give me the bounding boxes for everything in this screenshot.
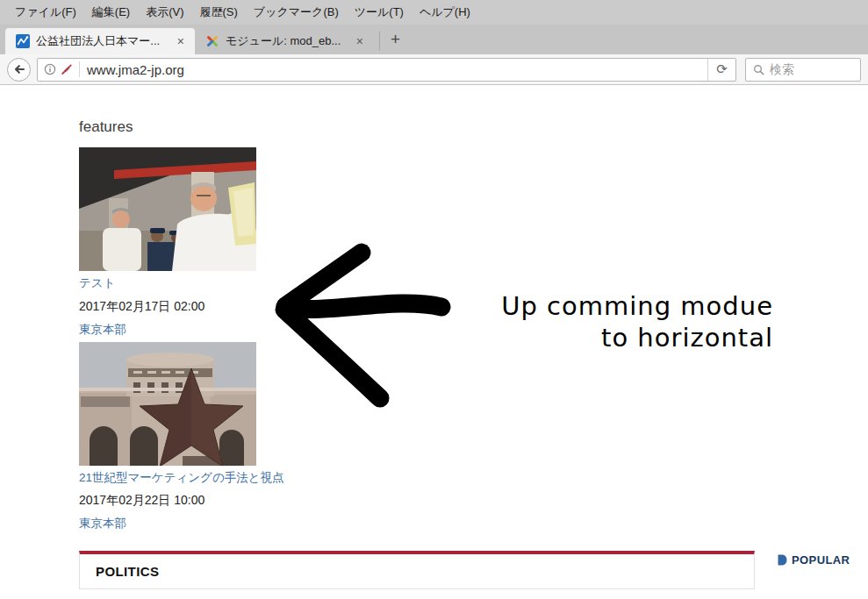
menu-file[interactable]: ファイル(F) (7, 0, 84, 25)
article-category-link[interactable]: 東京本部 (79, 516, 126, 531)
popular-tag-icon (778, 554, 787, 566)
urlbar-separator (79, 61, 80, 77)
page-info-icon[interactable] (44, 63, 56, 75)
tab-bar: 公益社団法人日本マー... × モジュール: mod_eb... × + (0, 25, 868, 54)
url-text[interactable]: www.jma2-jp.org (87, 62, 707, 77)
menu-edit[interactable]: 編集(E) (84, 0, 138, 25)
back-arrow-icon (13, 63, 25, 75)
popular-tab[interactable]: POPULAR (778, 553, 850, 567)
tab-separator (379, 32, 380, 51)
search-icon (753, 64, 764, 75)
menu-bar: ファイル(F) 編集(E) 表示(V) 履歴(S) ブックマーク(B) ツール(… (0, 0, 868, 25)
new-tab-button[interactable]: + (385, 28, 409, 54)
menu-help[interactable]: ヘルプ(H) (412, 0, 478, 25)
tab-close-icon[interactable]: × (174, 34, 188, 48)
annotation-text: Up comming modue to horizontal (501, 290, 773, 353)
tab-joomla-module[interactable]: モジュール: mod_eb... × (195, 28, 374, 54)
article-category-link[interactable]: 東京本部 (79, 322, 126, 338)
tab-title: モジュール: mod_eb... (226, 33, 348, 49)
article-date: 2017年02月22日 10:00 (79, 493, 204, 509)
features-heading: features (79, 118, 133, 136)
menu-view[interactable]: 表示(V) (138, 0, 191, 25)
blocked-content-icon[interactable] (61, 63, 73, 75)
menu-bookmarks[interactable]: ブックマーク(B) (246, 0, 347, 25)
article-image-museum-star[interactable] (79, 342, 256, 466)
browser-window: ファイル(F) 編集(E) 表示(V) 履歴(S) ブックマーク(B) ツール(… (0, 0, 868, 599)
annotation-line-1: Up comming modue (501, 290, 773, 322)
annotation-arrow-left (263, 237, 456, 412)
search-box[interactable] (745, 58, 861, 82)
popular-label: POPULAR (792, 553, 850, 567)
navigation-toolbar: www.jma2-jp.org ⟳ (0, 54, 868, 85)
article-title-link[interactable]: 21世紀型マーケティングの手法と視点 (79, 470, 284, 486)
tab-jma-site[interactable]: 公益社団法人日本マー... × (5, 28, 195, 54)
joomla-icon (205, 34, 219, 48)
annotation-line-2: to horizontal (501, 322, 773, 353)
page-content: features テスト 2 (0, 86, 868, 599)
url-bar[interactable]: www.jma2-jp.org ⟳ (37, 58, 736, 82)
back-button[interactable] (7, 58, 31, 82)
tab-title: 公益社団法人日本マー... (36, 33, 169, 49)
reload-button[interactable]: ⟳ (707, 59, 735, 81)
tab-close-icon[interactable]: × (353, 34, 367, 48)
article-image-press-conference[interactable] (79, 147, 256, 271)
menu-history[interactable]: 履歴(S) (192, 0, 246, 25)
politics-section-header: POLITICS (79, 551, 755, 589)
article-date: 2017年02月17日 02:00 (79, 299, 204, 315)
line-chart-icon (16, 34, 30, 48)
politics-heading: POLITICS (96, 564, 159, 579)
article-title-link[interactable]: テスト (79, 275, 115, 291)
search-input[interactable] (770, 62, 849, 76)
menu-tools[interactable]: ツール(T) (347, 0, 412, 25)
